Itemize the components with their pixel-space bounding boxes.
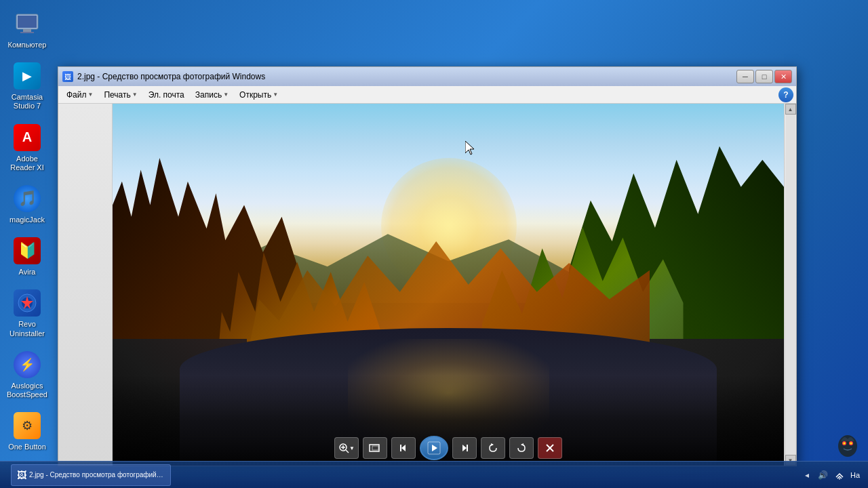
menu-record-arrow: ▼ <box>223 92 229 98</box>
taskbar-item-label: 2.jpg - Средство просмотра фотографий Wi… <box>29 471 165 479</box>
title-bar-buttons: ─ □ ✕ <box>736 70 792 83</box>
menu-print[interactable]: Печать ▼ <box>98 88 142 102</box>
computer-icon-label: Компьютер <box>8 41 47 49</box>
avira-icon-img: 🔰 <box>13 237 41 265</box>
svg-point-22 <box>838 435 857 457</box>
magicjack-icon-img: 🎵 <box>13 184 41 213</box>
svg-point-26 <box>850 443 852 445</box>
taskbar: 🖼 2.jpg - Средство просмотра фотографий … <box>0 461 868 488</box>
desktop-icon-adobe[interactable]: A Adobe Reader XI <box>3 121 52 175</box>
menu-print-arrow: ▼ <box>132 92 138 98</box>
svg-rect-3 <box>20 32 34 33</box>
slideshow-button[interactable] <box>420 436 448 460</box>
photo-display: ▼ <box>113 104 784 466</box>
adobe-icon-label: Adobe Reader XI <box>5 155 49 172</box>
svg-rect-1 <box>18 16 37 28</box>
menu-record[interactable]: Запись ▼ <box>190 88 234 102</box>
svg-marker-16 <box>462 445 467 451</box>
desktop-icon-revo[interactable]: Revo Uninstaller <box>3 286 52 340</box>
delete-button[interactable] <box>538 437 562 459</box>
bottom-toolbar: ▼ <box>113 434 784 462</box>
menu-file[interactable]: Файл ▼ <box>61 88 98 102</box>
left-navigation <box>58 104 113 466</box>
menu-bar: Файл ▼ Печать ▼ Эл. почта Запись ▼ Откры… <box>58 86 796 104</box>
menu-email[interactable]: Эл. почта <box>143 88 190 102</box>
svg-marker-18 <box>491 443 494 446</box>
onebutton-icon-img: ⚙ <box>13 411 41 440</box>
desktop-icon-auslogics[interactable]: ⚡ Auslogics BoostSpeed <box>3 348 52 402</box>
tray-clock[interactable]: На <box>850 471 860 479</box>
rotate-ccw-button[interactable] <box>481 437 505 459</box>
taskbar-photo-viewer-item[interactable]: 🖼 2.jpg - Средство просмотра фотографий … <box>11 464 171 486</box>
desktop-icon-onebutton[interactable]: ⚙ One Button <box>3 409 52 454</box>
tray-volume-icon[interactable]: 🔊 <box>818 470 829 481</box>
scroll-track <box>786 115 795 455</box>
help-button[interactable]: ? <box>778 87 793 102</box>
svg-marker-15 <box>432 445 437 451</box>
svg-point-25 <box>844 443 846 445</box>
minimize-button[interactable]: ─ <box>736 70 754 83</box>
maximize-button[interactable]: □ <box>755 70 773 83</box>
dragon-desktop-icon[interactable] <box>834 431 861 458</box>
svg-rect-2 <box>23 29 31 32</box>
content-area: ▼ <box>58 104 796 466</box>
svg-marker-19 <box>521 443 524 446</box>
prev-button[interactable] <box>391 437 416 459</box>
adobe-icon-img: A <box>13 123 41 152</box>
landscape-image <box>113 104 784 466</box>
scroll-up-button[interactable]: ▲ <box>785 104 796 115</box>
revo-icon-img <box>13 289 41 317</box>
menu-open-arrow: ▼ <box>273 92 278 98</box>
onebutton-icon-label: One Button <box>8 443 46 451</box>
close-button[interactable]: ✕ <box>774 70 792 83</box>
desktop-icon-magicjack[interactable]: 🎵 magicJack <box>3 182 52 227</box>
svg-rect-11 <box>372 446 378 450</box>
zoom-button[interactable]: ▼ <box>334 437 359 459</box>
next-button[interactable] <box>452 437 477 459</box>
taskbar-tray: ◂ 🔊 На <box>796 470 865 481</box>
tray-arrow-icon[interactable]: ◂ <box>802 470 812 481</box>
svg-point-27 <box>839 478 840 479</box>
magicjack-icon-label: magicJack <box>9 216 45 224</box>
computer-icon <box>13 9 41 38</box>
auslogics-icon-img: ⚡ <box>13 350 41 379</box>
revo-icon-label: Revo Uninstaller <box>5 320 49 338</box>
menu-file-arrow: ▼ <box>88 92 94 98</box>
taskbar-items: 🖼 2.jpg - Средство просмотра фотографий … <box>8 464 796 486</box>
right-scrollbar: ▲ ▼ <box>784 104 796 466</box>
window-title: 2.jpg - Средство просмотра фотографий Wi… <box>77 72 736 81</box>
photo-viewer-window: 🖼 2.jpg - Средство просмотра фотографий … <box>58 66 797 466</box>
avira-icon-label: Avira <box>19 268 36 277</box>
rotate-cw-button[interactable] <box>509 437 534 459</box>
desktop-icon-avira[interactable]: 🔰 Avira <box>3 234 52 279</box>
title-bar: 🖼 2.jpg - Средство просмотра фотографий … <box>58 67 796 86</box>
svg-line-7 <box>346 450 349 453</box>
desktop-icon-computer[interactable]: Компьютер <box>3 7 52 52</box>
window-icon: 🖼 <box>62 71 73 82</box>
desktop-icons: Компьютер Camtasia Studio 7 A Adobe Read… <box>0 0 54 461</box>
tray-network-icon[interactable] <box>834 470 845 481</box>
actual-size-button[interactable] <box>363 437 387 459</box>
camtasia-icon-img <box>13 62 41 90</box>
svg-marker-12 <box>401 445 406 451</box>
auslogics-icon-label: Auslogics BoostSpeed <box>5 382 49 399</box>
camtasia-icon-label: Camtasia Studio 7 <box>5 93 49 110</box>
desktop-icon-camtasia[interactable]: Camtasia Studio 7 <box>3 59 52 113</box>
menu-open[interactable]: Открыть ▼ <box>234 88 283 102</box>
